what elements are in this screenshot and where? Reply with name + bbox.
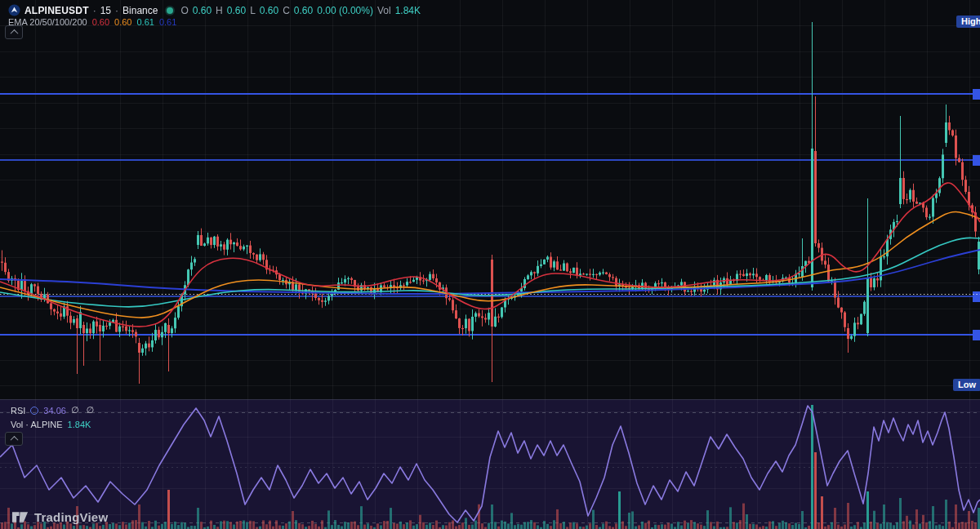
open-label: O: [180, 5, 188, 16]
volume-value: 1.84K: [395, 5, 421, 16]
market-status-icon: [167, 7, 173, 14]
high-badge: High: [956, 16, 980, 28]
volume-legend[interactable]: Vol · ALPINE 1.84K: [11, 420, 91, 429]
rsi-hidden-values: ∅ ∅: [71, 405, 96, 416]
symbol-legend[interactable]: ALPINEUSDT · 15 · Binance O 0.60 H 0.60 …: [8, 4, 421, 16]
volume-indicator-value: 1.84K: [68, 420, 91, 429]
ema200-value: 0.61: [159, 17, 176, 27]
collapse-indicator-pane-button[interactable]: [5, 432, 23, 446]
ema20-value: 0.60: [92, 17, 109, 27]
ema100-value: 0.61: [136, 17, 154, 27]
ema50-value: 0.60: [114, 17, 131, 27]
rsi-value: 34.06: [43, 406, 66, 416]
volume-indicator-label: Vol · ALPINE: [11, 420, 63, 429]
exchange: Binance: [122, 5, 158, 16]
separator: ·: [115, 5, 118, 16]
symbol-name[interactable]: ALPINEUSDT: [24, 5, 89, 16]
tradingview-logo-text: TradingView: [34, 510, 108, 524]
ema-legend[interactable]: EMA 20/50/100/200 0.60 0.60 0.61 0.61: [8, 17, 176, 27]
high-label: H: [216, 5, 223, 16]
change-value: 0.00 (0.00%): [317, 5, 373, 16]
rsi-label: RSI: [11, 406, 25, 416]
rsi-legend[interactable]: RSI 34.06 ∅ ∅: [11, 405, 96, 416]
low-value: 0.60: [260, 5, 278, 16]
collapse-main-pane-button[interactable]: [5, 25, 23, 39]
separator: ·: [93, 5, 96, 16]
interval[interactable]: 15: [100, 5, 111, 16]
low-label: L: [250, 5, 256, 16]
close-value: 0.60: [294, 5, 313, 16]
low-badge: Low: [953, 379, 980, 391]
volume-label: Vol: [377, 5, 391, 16]
tradingview-logo[interactable]: TradingView: [11, 510, 108, 524]
chart-window: ALPINEUSDT · 15 · Binance O 0.60 H 0.60 …: [0, 0, 980, 529]
rsi-settings-icon[interactable]: [30, 407, 38, 415]
chevron-up-icon: [10, 29, 18, 38]
chevron-up-icon: [10, 436, 18, 444]
tradingview-logo-icon: [11, 510, 29, 524]
high-value: 0.60: [227, 5, 246, 16]
close-label: C: [283, 5, 290, 16]
open-value: 0.60: [193, 5, 212, 16]
chart-canvas[interactable]: [0, 0, 980, 529]
symbol-logo-icon: [8, 4, 20, 16]
